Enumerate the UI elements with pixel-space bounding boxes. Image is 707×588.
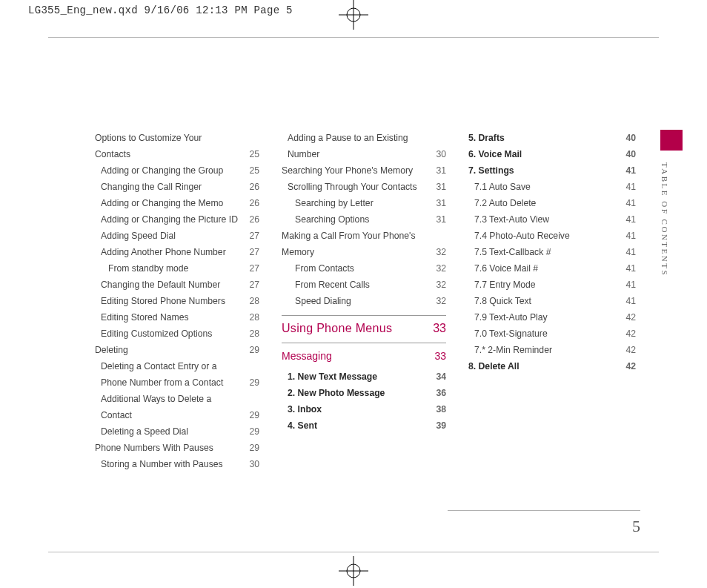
toc-section-title: Using Phone Menus — [282, 320, 392, 337]
toc-entry: 7.6 Voice Mail #41 — [468, 260, 636, 277]
print-slug: LG355_Eng_new.qxd 9/16/06 12:13 PM Page … — [28, 4, 293, 16]
toc-entry: 8. Delete All42 — [468, 358, 636, 374]
toc-entry-page: 27 — [243, 260, 259, 277]
toc-entry: 7.7 Entry Mode41 — [468, 277, 636, 293]
toc-entry-page: 29 — [243, 440, 259, 456]
toc-entry-page: 41 — [620, 179, 636, 195]
toc-entry-title: 7.5 Text-Callback # — [474, 244, 620, 260]
toc-entry-page: 29 — [243, 374, 259, 391]
toc-entry: Deleting29 — [95, 342, 259, 358]
toc-entry: Phone Numbers With Pauses29 — [95, 440, 259, 456]
toc-entry: Searching Options31 — [282, 211, 446, 228]
toc-entry: Additional Ways to Delete a Contact29 — [95, 391, 259, 423]
toc-entry: Searching by Letter31 — [282, 195, 446, 211]
toc-entry-title: Searching Options — [295, 211, 430, 228]
toc-entry-title: Deleting a Speed Dial — [101, 423, 243, 440]
toc-entry: From Contacts32 — [282, 260, 446, 277]
toc-entry-page: 41 — [620, 293, 636, 309]
toc-entry-title: Adding Speed Dial — [101, 228, 243, 244]
toc-entry-title: Adding a Pause to an Existing Number — [288, 130, 430, 162]
side-rail-label: TABLE OF CONTENTS — [660, 162, 669, 277]
toc-entry: 6. Voice Mail40 — [468, 146, 636, 162]
toc-entry-title: 4. Sent — [288, 417, 430, 434]
toc-entry-page: 34 — [430, 369, 446, 385]
toc-entry-page: 41 — [620, 244, 636, 260]
toc-entry: 3. Inbox38 — [282, 401, 446, 417]
registration-mark-bottom-icon — [339, 556, 368, 588]
toc-entry: Adding Speed Dial27 — [95, 228, 259, 244]
toc-entry: Scrolling Through Your Contacts31 — [282, 179, 446, 195]
toc-entry-title: From standby mode — [108, 260, 243, 277]
toc-entry-page: 41 — [620, 211, 636, 228]
toc-entry: Adding or Changing the Memo26 — [95, 195, 259, 211]
toc-entry: 7.9 Text-Auto Play42 — [468, 309, 636, 326]
toc-entry-page: 40 — [620, 146, 636, 162]
toc-entry: Deleting a Speed Dial29 — [95, 423, 259, 440]
page-number-rule — [448, 510, 640, 511]
toc-column-2: Adding a Pause to an Existing Number30Se… — [282, 130, 446, 472]
toc-entry-page: 25 — [243, 146, 259, 162]
toc-entry-page: 42 — [620, 358, 636, 374]
toc-entry-page: 29 — [243, 407, 259, 423]
toc-entry-title: Editing Stored Phone Numbers — [101, 293, 243, 309]
toc-entry-title: Speed Dialing — [295, 293, 430, 309]
toc-entry: Making a Call From Your Phone's Memory32 — [282, 228, 446, 260]
toc-entry-page: 32 — [430, 277, 446, 293]
toc-entry-title: Editing Stored Names — [101, 309, 243, 326]
toc-entry-page: 31 — [430, 195, 446, 211]
toc-entry-title: Editing Customized Options — [101, 326, 243, 342]
toc-entry-page: 27 — [243, 244, 259, 260]
toc-entry-title: Searching by Letter — [295, 195, 430, 211]
toc-entry-title: Deleting — [95, 342, 243, 358]
toc-entry-page: 41 — [620, 277, 636, 293]
toc-entry-title: 7.9 Text-Auto Play — [474, 309, 620, 326]
toc-section-page: 33 — [433, 320, 446, 337]
toc-entry-title: 6. Voice Mail — [468, 146, 620, 162]
crop-line-top — [48, 37, 659, 38]
toc-section: Using Phone Menus33 — [282, 320, 446, 337]
toc-entry: Changing the Call Ringer26 — [95, 179, 259, 195]
toc-entry-title: Adding or Changing the Picture ID — [101, 211, 243, 228]
toc-entry-title: 7.0 Text-Signature — [474, 326, 620, 342]
svg-point-2 — [347, 8, 360, 22]
toc-entry-page: 31 — [430, 179, 446, 195]
toc-entry-title: Adding or Changing the Group — [101, 162, 243, 179]
toc-entry: 5. Drafts40 — [468, 130, 636, 146]
toc-entry: 2. New Photo Message36 — [282, 385, 446, 401]
toc-entry-page: 27 — [243, 277, 259, 293]
toc-subsection-title: Messaging — [282, 348, 332, 364]
toc-entry-title: Changing the Call Ringer — [101, 179, 243, 195]
toc-entry: From standby mode27 — [95, 260, 259, 277]
toc-entry-title: Changing the Default Number — [101, 277, 243, 293]
toc-entry: 1. New Text Message34 — [282, 369, 446, 385]
toc-entry-page: 29 — [243, 342, 259, 358]
toc-columns: Options to Customize Your Contacts25Addi… — [95, 130, 657, 472]
toc-entry-page: 32 — [430, 260, 446, 277]
toc-entry-page: 30 — [430, 146, 446, 162]
toc-column-3: 5. Drafts406. Voice Mail407. Settings417… — [468, 130, 636, 472]
toc-entry-page: 26 — [243, 211, 259, 228]
toc-entry-title: Additional Ways to Delete a Contact — [101, 391, 243, 423]
toc-entry-title: 5. Drafts — [468, 130, 620, 146]
toc-entry: Adding Another Phone Number27 — [95, 244, 259, 260]
toc-entry-page: 26 — [243, 195, 259, 211]
toc-entry-title: 7. Settings — [468, 162, 620, 179]
toc-entry-title: 1. New Text Message — [288, 369, 430, 385]
toc-entry-page: 25 — [243, 162, 259, 179]
toc-entry-page: 41 — [620, 162, 636, 179]
toc-entry-title: 8. Delete All — [468, 358, 620, 374]
toc-entry-title: 7.3 Text-Auto View — [474, 211, 620, 228]
toc-entry-title: 7.8 Quick Text — [474, 293, 620, 309]
toc-entry-page: 32 — [430, 293, 446, 309]
divider — [282, 315, 446, 316]
toc-entry-page: 26 — [243, 179, 259, 195]
toc-entry: 7.1 Auto Save41 — [468, 179, 636, 195]
toc-entry: Speed Dialing32 — [282, 293, 446, 309]
toc-entry: 7.5 Text-Callback #41 — [468, 244, 636, 260]
toc-entry: 7.4 Photo-Auto Receive41 — [468, 228, 636, 244]
side-rail-tab — [660, 130, 683, 151]
toc-entry-title: 7.4 Photo-Auto Receive — [474, 228, 620, 244]
toc-entry-title: Phone Numbers With Pauses — [95, 440, 243, 456]
toc-entry-title: Deleting a Contact Entry or a Phone Numb… — [101, 358, 243, 391]
svg-point-5 — [347, 564, 360, 578]
